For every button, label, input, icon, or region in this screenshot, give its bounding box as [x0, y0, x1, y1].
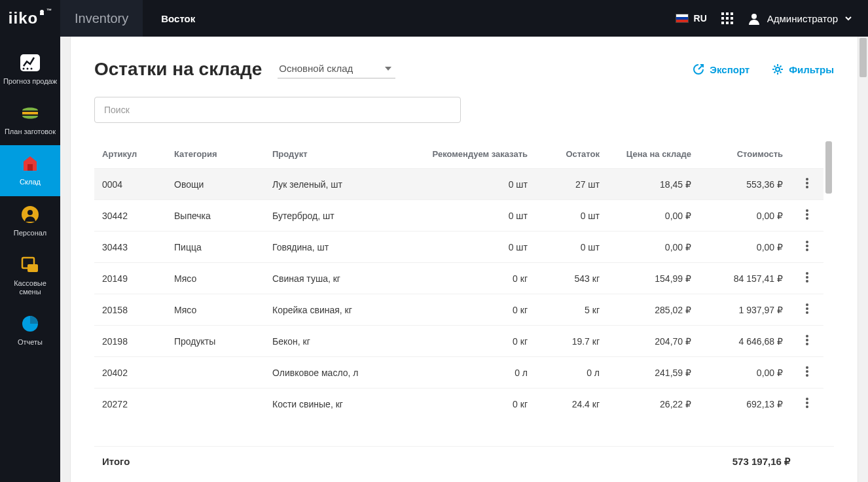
sidebar-item-personnel[interactable]: Персонал — [0, 196, 60, 247]
cell-price: 241,59 ₽ — [607, 357, 699, 388]
row-more-button[interactable] — [801, 272, 814, 283]
search-row — [94, 97, 834, 123]
sidebar-item-cash[interactable]: Кассовые смены — [0, 247, 60, 305]
inventory-table: Артикул Категория Продукт Рекомендуем за… — [94, 140, 823, 419]
svg-point-42 — [806, 366, 808, 369]
svg-rect-6 — [726, 17, 729, 20]
svg-point-34 — [806, 276, 808, 279]
warehouse-selected-label: Основной склад — [279, 63, 353, 74]
apps-menu-icon[interactable] — [721, 12, 733, 24]
cell-article: 20158 — [94, 294, 166, 326]
topbar-right: RU Администратор — [676, 12, 868, 25]
table-footer: Итого 573 197,16 ₽ — [94, 446, 834, 482]
language-switcher[interactable]: RU — [676, 13, 707, 24]
table-row[interactable]: 20272Кости свиные, кг0 кг24.4 кг26,22 ₽6… — [94, 388, 823, 420]
sidebar: Прогноз продаж План заготовок Склад Перс… — [0, 37, 60, 482]
cell-product: Свиная туша, кг — [264, 263, 424, 294]
cell-balance: 543 кг — [535, 263, 607, 294]
cell-price: 0,00 ₽ — [607, 232, 699, 263]
cell-article: 30442 — [94, 200, 166, 232]
row-more-button[interactable] — [801, 303, 814, 314]
row-more-button[interactable] — [801, 335, 814, 345]
cell-recommend: 0 шт — [424, 232, 535, 263]
th-cost[interactable]: Стоимость — [699, 140, 791, 169]
total-value: 573 197,16 ₽ — [732, 456, 826, 468]
cell-product: Лук зеленый, шт — [264, 169, 424, 200]
table-row[interactable]: 30442ВыпечкаБутерброд, шт0 шт0 шт0,00 ₽0… — [94, 200, 823, 232]
row-more-button[interactable] — [801, 178, 814, 188]
table-row[interactable]: 20149МясоСвиная туша, кг0 кг543 кг154,99… — [94, 263, 823, 294]
burger-icon — [21, 104, 39, 122]
sidebar-item-label: Персонал — [14, 229, 47, 237]
th-price[interactable]: Цена на складе — [607, 140, 699, 169]
sidebar-item-label: Отчеты — [18, 338, 43, 347]
row-more-button[interactable] — [801, 241, 814, 251]
svg-point-26 — [806, 186, 808, 188]
th-article[interactable]: Артикул — [94, 140, 166, 169]
sidebar-item-reports[interactable]: Отчеты — [0, 305, 60, 356]
cash-shift-icon — [21, 256, 39, 274]
sidebar-item-prep[interactable]: План заготовок — [0, 95, 60, 145]
cell-balance: 0 шт — [535, 232, 607, 263]
warehouse-select[interactable]: Основной склад — [278, 60, 395, 78]
row-more-button[interactable] — [801, 366, 814, 377]
cell-recommend: 0 кг — [424, 263, 535, 294]
filters-button[interactable]: Фильтры — [772, 63, 834, 75]
logo: iiko ™ — [0, 0, 60, 37]
th-balance[interactable]: Остаток — [535, 140, 607, 169]
cell-balance: 27 шт — [535, 169, 607, 200]
cell-recommend: 0 л — [424, 357, 535, 388]
th-category[interactable]: Категория — [166, 140, 264, 169]
table-row[interactable]: 20402Оливковое масло, л0 л0 л241,59 ₽0,0… — [94, 357, 823, 388]
svg-rect-8 — [721, 22, 724, 24]
cell-price: 204,70 ₽ — [607, 326, 699, 357]
body: Прогноз продаж План заготовок Склад Перс… — [0, 37, 868, 482]
th-recommend[interactable]: Рекомендуем заказать — [424, 140, 535, 169]
svg-rect-3 — [726, 12, 729, 15]
cell-actions — [791, 263, 823, 294]
th-product[interactable]: Продукт — [264, 140, 424, 169]
cell-balance: 24.4 кг — [535, 388, 607, 420]
cell-cost: 0,00 ₽ — [699, 357, 791, 388]
cell-category: Продукты — [166, 326, 264, 357]
cell-actions — [791, 388, 823, 420]
table-scrollbar-thumb[interactable] — [825, 141, 832, 194]
location-name[interactable]: Восток — [143, 13, 213, 24]
svg-point-33 — [806, 272, 808, 275]
row-more-button[interactable] — [801, 398, 814, 408]
user-menu[interactable]: Администратор — [748, 12, 852, 25]
svg-rect-7 — [731, 17, 733, 20]
cell-cost: 84 157,41 ₽ — [699, 263, 791, 294]
content-scrollbar-left[interactable] — [60, 37, 71, 482]
svg-point-15 — [31, 68, 33, 70]
content-scrollbar-right[interactable] — [858, 37, 868, 482]
svg-rect-1 — [40, 13, 44, 15]
cell-balance: 0 шт — [535, 200, 607, 232]
content-scrollbar-thumb[interactable] — [859, 38, 867, 77]
main-content: Остатки на складе Основной склад Экспорт… — [71, 37, 858, 482]
export-button[interactable]: Экспорт — [693, 63, 750, 75]
row-more-button[interactable] — [801, 209, 814, 220]
chevron-down-icon — [844, 14, 852, 22]
svg-rect-21 — [27, 264, 38, 272]
table-area: Артикул Категория Продукт Рекомендуем за… — [94, 140, 834, 482]
cell-actions — [791, 200, 823, 232]
search-input[interactable] — [94, 97, 461, 123]
more-vert-icon — [806, 303, 808, 314]
table-scrollbar[interactable] — [823, 140, 834, 446]
table-row[interactable]: 20158МясоКорейка свиная, кг0 кг5 кг285,0… — [94, 294, 823, 326]
cell-actions — [791, 232, 823, 263]
cell-article: 20272 — [94, 388, 166, 420]
sidebar-item-forecast[interactable]: Прогноз продаж — [0, 44, 60, 95]
table-row[interactable]: 30443ПиццаГовядина, шт0 шт0 шт0,00 ₽0,00… — [94, 232, 823, 263]
svg-point-32 — [806, 249, 808, 251]
table-row[interactable]: 20198ПродуктыБекон, кг0 кг19.7 кг204,70 … — [94, 326, 823, 357]
export-icon — [693, 63, 704, 75]
gear-icon — [772, 63, 784, 75]
sidebar-item-warehouse[interactable]: Склад — [0, 145, 60, 196]
warehouse-icon — [21, 154, 39, 173]
svg-point-40 — [806, 339, 808, 341]
svg-rect-10 — [731, 22, 733, 24]
cell-cost: 0,00 ₽ — [699, 232, 791, 263]
table-row[interactable]: 0004ОвощиЛук зеленый, шт0 шт27 шт18,45 ₽… — [94, 169, 823, 200]
